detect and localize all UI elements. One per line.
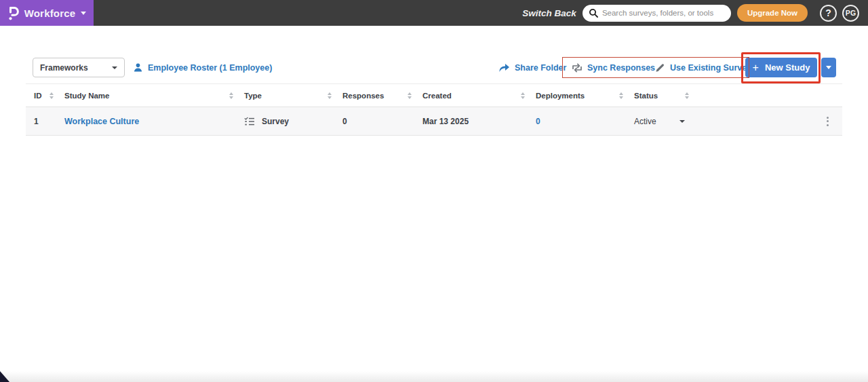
column-header-status[interactable]: Status xyxy=(634,92,700,100)
column-header-study-name[interactable]: Study Name xyxy=(64,92,244,100)
new-study-button[interactable]: + New Study xyxy=(745,58,817,77)
product-name: Workforce xyxy=(24,7,76,19)
status-value: Active xyxy=(634,117,656,126)
share-folder-link[interactable]: Share Folder xyxy=(498,58,566,77)
chevron-down-icon xyxy=(679,120,685,123)
top-bar: Workforce Switch Back Upgrade Now ? PG xyxy=(0,0,868,26)
sort-icon[interactable] xyxy=(521,92,525,99)
sort-icon[interactable] xyxy=(685,92,689,99)
table-header-row: ID Study Name Type Responses Created Dep… xyxy=(26,83,842,107)
search-input[interactable] xyxy=(602,9,725,17)
sort-icon[interactable] xyxy=(50,92,54,99)
sync-responses-link[interactable]: Sync Responses xyxy=(572,58,655,77)
sync-icon xyxy=(572,63,583,73)
avatar[interactable]: PG xyxy=(842,5,859,22)
switch-back-link[interactable]: Switch Back xyxy=(522,8,576,18)
chevron-down-icon xyxy=(81,12,86,15)
sort-icon[interactable] xyxy=(229,92,233,99)
pencil-icon xyxy=(655,62,665,73)
folder-select[interactable]: Frameworks xyxy=(33,58,125,77)
use-existing-survey-label: Use Existing Survey xyxy=(670,63,751,73)
folder-toolbar: Frameworks Employee Roster (1 Employee) … xyxy=(0,58,868,77)
table-row: 1 Workplace Culture Survey 0 Mar 13 2025… xyxy=(26,107,842,136)
studies-table: ID Study Name Type Responses Created Dep… xyxy=(26,83,842,136)
sort-icon[interactable] xyxy=(328,92,332,99)
use-existing-survey-link[interactable]: Use Existing Survey xyxy=(655,58,751,77)
peoplegoal-logo-icon xyxy=(7,5,19,21)
column-header-created[interactable]: Created xyxy=(422,92,536,100)
kebab-menu-icon[interactable] xyxy=(823,114,833,129)
row-created: Mar 13 2025 xyxy=(422,117,536,126)
column-header-type[interactable]: Type xyxy=(244,92,342,100)
help-button[interactable]: ? xyxy=(820,5,837,22)
row-actions xyxy=(700,114,842,129)
employee-roster-label: Employee Roster (1 Employee) xyxy=(148,63,272,73)
chevron-down-icon xyxy=(112,66,117,69)
row-type-label: Survey xyxy=(262,117,289,126)
row-type: Survey xyxy=(244,117,342,126)
row-responses: 0 xyxy=(342,117,422,126)
topbar-right-cluster: Switch Back Upgrade Now ? PG xyxy=(522,4,868,22)
share-folder-label: Share Folder xyxy=(515,63,566,73)
cursor-artifact xyxy=(0,371,9,382)
sort-icon[interactable] xyxy=(408,92,412,99)
bottom-shadow xyxy=(0,371,868,382)
sort-icon[interactable] xyxy=(619,92,623,99)
column-header-deployments[interactable]: Deployments xyxy=(536,92,634,100)
upgrade-now-button[interactable]: Upgrade Now xyxy=(737,4,808,22)
search-icon xyxy=(589,8,598,18)
person-icon xyxy=(133,62,143,73)
row-deployments: 0 xyxy=(536,117,634,126)
sync-responses-label: Sync Responses xyxy=(587,63,655,73)
global-search[interactable] xyxy=(583,5,731,22)
column-header-responses[interactable]: Responses xyxy=(342,92,422,100)
row-id: 1 xyxy=(34,117,64,126)
checklist-icon xyxy=(244,117,255,126)
study-name-link[interactable]: Workplace Culture xyxy=(64,117,139,126)
new-study-dropdown-button[interactable] xyxy=(821,58,836,77)
workspace-switcher[interactable]: Workforce xyxy=(0,0,94,26)
chevron-down-icon xyxy=(826,66,831,69)
column-header-id[interactable]: ID xyxy=(34,92,64,100)
employee-roster-link[interactable]: Employee Roster (1 Employee) xyxy=(133,58,272,77)
share-arrow-icon xyxy=(498,63,510,73)
new-study-label: New Study xyxy=(765,62,810,73)
folder-select-value: Frameworks xyxy=(40,63,88,73)
plus-icon: + xyxy=(753,62,759,73)
status-dropdown[interactable]: Active xyxy=(634,117,700,126)
